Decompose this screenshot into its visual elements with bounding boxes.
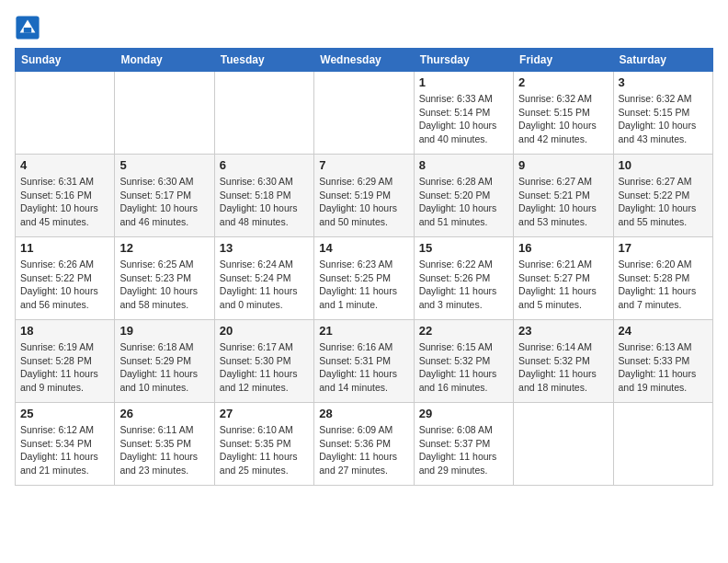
weekday-header-cell: Thursday bbox=[414, 49, 513, 72]
calendar-cell: 15Sunrise: 6:22 AMSunset: 5:26 PMDayligh… bbox=[414, 237, 513, 320]
calendar-cell: 10Sunrise: 6:27 AMSunset: 5:22 PMDayligh… bbox=[613, 155, 712, 237]
day-number: 1 bbox=[419, 75, 508, 89]
day-number: 18 bbox=[20, 324, 109, 338]
calendar-body: 1Sunrise: 6:33 AMSunset: 5:14 PMDaylight… bbox=[16, 72, 713, 486]
day-info: Sunrise: 6:30 AMSunset: 5:18 PMDaylight:… bbox=[220, 175, 309, 229]
day-info: Sunrise: 6:31 AMSunset: 5:16 PMDaylight:… bbox=[20, 175, 109, 229]
calendar-cell: 19Sunrise: 6:18 AMSunset: 5:29 PMDayligh… bbox=[115, 320, 214, 403]
day-info: Sunrise: 6:10 AMSunset: 5:35 PMDaylight:… bbox=[220, 423, 309, 477]
day-number: 22 bbox=[419, 324, 508, 338]
weekday-header-cell: Wednesday bbox=[314, 49, 414, 72]
svg-rect-2 bbox=[24, 28, 31, 33]
weekday-header-cell: Monday bbox=[115, 49, 214, 72]
calendar-cell: 26Sunrise: 6:11 AMSunset: 5:35 PMDayligh… bbox=[115, 403, 214, 486]
calendar-cell: 2Sunrise: 6:32 AMSunset: 5:15 PMDaylight… bbox=[514, 72, 613, 155]
day-number: 14 bbox=[319, 241, 408, 255]
calendar-cell bbox=[314, 72, 414, 155]
day-info: Sunrise: 6:25 AMSunset: 5:23 PMDaylight:… bbox=[119, 258, 209, 312]
calendar-cell: 17Sunrise: 6:20 AMSunset: 5:28 PMDayligh… bbox=[613, 237, 712, 320]
day-number: 21 bbox=[319, 324, 408, 338]
page-header bbox=[15, 15, 713, 40]
day-info: Sunrise: 6:22 AMSunset: 5:26 PMDaylight:… bbox=[419, 258, 508, 312]
weekday-header-row: SundayMondayTuesdayWednesdayThursdayFrid… bbox=[16, 49, 713, 72]
day-number: 16 bbox=[518, 241, 608, 255]
weekday-header-cell: Sunday bbox=[16, 49, 115, 72]
calendar-cell: 8Sunrise: 6:28 AMSunset: 5:20 PMDaylight… bbox=[414, 155, 513, 237]
calendar-cell: 7Sunrise: 6:29 AMSunset: 5:19 PMDaylight… bbox=[314, 155, 414, 237]
calendar-table: SundayMondayTuesdayWednesdayThursdayFrid… bbox=[15, 48, 713, 486]
day-number: 2 bbox=[518, 75, 608, 89]
day-number: 23 bbox=[518, 324, 608, 338]
calendar-cell: 3Sunrise: 6:32 AMSunset: 5:15 PMDaylight… bbox=[613, 72, 712, 155]
day-number: 28 bbox=[319, 407, 408, 420]
calendar-cell bbox=[16, 72, 115, 155]
calendar-cell: 5Sunrise: 6:30 AMSunset: 5:17 PMDaylight… bbox=[115, 155, 214, 237]
day-info: Sunrise: 6:28 AMSunset: 5:20 PMDaylight:… bbox=[419, 175, 508, 229]
day-number: 17 bbox=[619, 241, 708, 255]
day-info: Sunrise: 6:27 AMSunset: 5:21 PMDaylight:… bbox=[518, 175, 608, 229]
day-number: 25 bbox=[20, 407, 109, 420]
calendar-cell: 14Sunrise: 6:23 AMSunset: 5:25 PMDayligh… bbox=[314, 237, 414, 320]
calendar-cell bbox=[115, 72, 214, 155]
calendar-cell: 25Sunrise: 6:12 AMSunset: 5:34 PMDayligh… bbox=[16, 403, 115, 486]
day-number: 29 bbox=[419, 407, 508, 420]
day-info: Sunrise: 6:15 AMSunset: 5:32 PMDaylight:… bbox=[419, 340, 508, 395]
day-info: Sunrise: 6:24 AMSunset: 5:24 PMDaylight:… bbox=[220, 258, 309, 312]
calendar-cell: 16Sunrise: 6:21 AMSunset: 5:27 PMDayligh… bbox=[514, 237, 613, 320]
day-number: 9 bbox=[518, 158, 608, 172]
calendar-cell: 28Sunrise: 6:09 AMSunset: 5:36 PMDayligh… bbox=[314, 403, 414, 486]
day-number: 11 bbox=[20, 241, 109, 255]
day-number: 13 bbox=[220, 241, 309, 255]
day-number: 6 bbox=[220, 158, 309, 172]
day-number: 4 bbox=[20, 158, 109, 172]
day-number: 8 bbox=[419, 158, 508, 172]
calendar-cell: 20Sunrise: 6:17 AMSunset: 5:30 PMDayligh… bbox=[214, 320, 313, 403]
calendar-cell: 13Sunrise: 6:24 AMSunset: 5:24 PMDayligh… bbox=[214, 237, 313, 320]
day-info: Sunrise: 6:08 AMSunset: 5:37 PMDaylight:… bbox=[419, 423, 508, 477]
calendar-cell: 12Sunrise: 6:25 AMSunset: 5:23 PMDayligh… bbox=[115, 237, 214, 320]
day-number: 7 bbox=[319, 158, 408, 172]
day-info: Sunrise: 6:13 AMSunset: 5:33 PMDaylight:… bbox=[619, 340, 708, 395]
day-info: Sunrise: 6:26 AMSunset: 5:22 PMDaylight:… bbox=[20, 258, 109, 312]
calendar-week-row: 25Sunrise: 6:12 AMSunset: 5:34 PMDayligh… bbox=[16, 403, 713, 486]
weekday-header-cell: Saturday bbox=[613, 49, 712, 72]
calendar-cell: 22Sunrise: 6:15 AMSunset: 5:32 PMDayligh… bbox=[414, 320, 513, 403]
day-info: Sunrise: 6:32 AMSunset: 5:15 PMDaylight:… bbox=[518, 92, 608, 146]
day-info: Sunrise: 6:14 AMSunset: 5:32 PMDaylight:… bbox=[518, 340, 608, 395]
logo bbox=[15, 15, 42, 40]
day-info: Sunrise: 6:20 AMSunset: 5:28 PMDaylight:… bbox=[619, 258, 708, 312]
calendar-week-row: 18Sunrise: 6:19 AMSunset: 5:28 PMDayligh… bbox=[16, 320, 713, 403]
day-info: Sunrise: 6:16 AMSunset: 5:31 PMDaylight:… bbox=[319, 340, 408, 395]
day-info: Sunrise: 6:33 AMSunset: 5:14 PMDaylight:… bbox=[419, 92, 508, 146]
calendar-week-row: 11Sunrise: 6:26 AMSunset: 5:22 PMDayligh… bbox=[16, 237, 713, 320]
calendar-cell: 21Sunrise: 6:16 AMSunset: 5:31 PMDayligh… bbox=[314, 320, 414, 403]
day-number: 26 bbox=[119, 407, 209, 420]
calendar-week-row: 1Sunrise: 6:33 AMSunset: 5:14 PMDaylight… bbox=[16, 72, 713, 155]
day-info: Sunrise: 6:30 AMSunset: 5:17 PMDaylight:… bbox=[119, 175, 209, 229]
day-info: Sunrise: 6:17 AMSunset: 5:30 PMDaylight:… bbox=[220, 340, 309, 395]
day-info: Sunrise: 6:27 AMSunset: 5:22 PMDaylight:… bbox=[619, 175, 708, 229]
day-info: Sunrise: 6:12 AMSunset: 5:34 PMDaylight:… bbox=[20, 423, 109, 477]
calendar-cell: 4Sunrise: 6:31 AMSunset: 5:16 PMDaylight… bbox=[16, 155, 115, 237]
day-number: 24 bbox=[619, 324, 708, 338]
calendar-cell: 11Sunrise: 6:26 AMSunset: 5:22 PMDayligh… bbox=[16, 237, 115, 320]
calendar-cell: 18Sunrise: 6:19 AMSunset: 5:28 PMDayligh… bbox=[16, 320, 115, 403]
calendar-cell: 1Sunrise: 6:33 AMSunset: 5:14 PMDaylight… bbox=[414, 72, 513, 155]
day-number: 5 bbox=[119, 158, 209, 172]
day-info: Sunrise: 6:11 AMSunset: 5:35 PMDaylight:… bbox=[119, 423, 209, 477]
calendar-cell: 6Sunrise: 6:30 AMSunset: 5:18 PMDaylight… bbox=[214, 155, 313, 237]
day-info: Sunrise: 6:18 AMSunset: 5:29 PMDaylight:… bbox=[119, 340, 209, 395]
calendar-week-row: 4Sunrise: 6:31 AMSunset: 5:16 PMDaylight… bbox=[16, 155, 713, 237]
day-info: Sunrise: 6:32 AMSunset: 5:15 PMDaylight:… bbox=[619, 92, 708, 146]
calendar-cell bbox=[214, 72, 313, 155]
day-info: Sunrise: 6:19 AMSunset: 5:28 PMDaylight:… bbox=[20, 340, 109, 395]
weekday-header-cell: Tuesday bbox=[214, 49, 313, 72]
logo-icon bbox=[15, 15, 40, 40]
calendar-cell: 27Sunrise: 6:10 AMSunset: 5:35 PMDayligh… bbox=[214, 403, 313, 486]
day-info: Sunrise: 6:29 AMSunset: 5:19 PMDaylight:… bbox=[319, 175, 408, 229]
day-number: 15 bbox=[419, 241, 508, 255]
day-info: Sunrise: 6:23 AMSunset: 5:25 PMDaylight:… bbox=[319, 258, 408, 312]
calendar-cell bbox=[514, 403, 613, 486]
day-number: 10 bbox=[619, 158, 708, 172]
day-info: Sunrise: 6:21 AMSunset: 5:27 PMDaylight:… bbox=[518, 258, 608, 312]
